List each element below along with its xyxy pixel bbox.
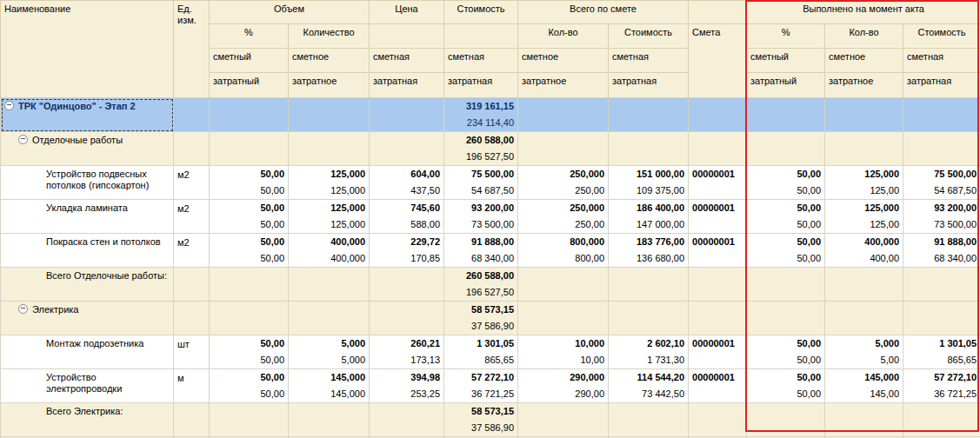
cell-percent[interactable]: 50,0050,00 [210, 200, 289, 234]
cell-quantity[interactable] [289, 132, 370, 166]
cell-percent[interactable] [210, 268, 289, 302]
table-row[interactable]: ТРК "Одинцово" - Этап 2319 161,15234 114… [1, 98, 980, 132]
group-name-cell[interactable]: Всего Электрика: [1, 403, 174, 437]
table-row[interactable]: Устройство подвесных потолков (гипсокарт… [1, 166, 980, 200]
col-header-total-cost[interactable]: Стоимость [609, 24, 689, 49]
cell-done-qty[interactable] [825, 268, 903, 302]
cell-done-percent[interactable] [747, 132, 825, 166]
cell-cost[interactable]: 58 573,1537 586,90 [444, 302, 518, 335]
col-header-name[interactable]: Наименование [1, 1, 174, 98]
cell-total-qty[interactable]: 250,000250,00 [518, 166, 609, 200]
row-name-cell[interactable]: Устройство электропроводки [1, 369, 174, 403]
cell-price[interactable]: 229,72170,85 [370, 234, 444, 268]
cell-price[interactable]: 745,60588,00 [370, 200, 444, 234]
cell-price[interactable] [370, 98, 444, 132]
cell-percent[interactable] [210, 302, 289, 335]
col-header-volume[interactable]: Объем [210, 1, 370, 24]
cell-price[interactable] [370, 268, 444, 302]
cell-smeta[interactable]: 00000001 [689, 234, 747, 268]
cell-done-qty[interactable] [825, 403, 903, 437]
group-name-cell[interactable]: Отделочные работы [1, 132, 174, 166]
unit-cell[interactable] [174, 302, 210, 335]
cell-done-percent[interactable] [747, 268, 825, 302]
cell-quantity[interactable]: 125,000125,000 [289, 166, 370, 200]
unit-cell[interactable] [174, 132, 210, 166]
cell-done-percent[interactable]: 50,0050,00 [747, 369, 825, 403]
cell-done-percent[interactable]: 50,0050,00 [747, 166, 825, 200]
cell-percent[interactable] [210, 403, 289, 437]
cell-done-cost[interactable]: 57 272,1036 721,25 [903, 369, 980, 403]
cell-quantity[interactable]: 145,000145,000 [289, 369, 370, 403]
col-header-total-qty[interactable]: Кол-во [518, 24, 609, 49]
col-header-price[interactable]: Цена [370, 1, 444, 24]
col-header-done-percent[interactable]: % [747, 24, 825, 49]
cell-done-percent[interactable]: 50,0050,00 [747, 234, 825, 268]
table-row[interactable]: Электрика58 573,1537 586,90 [1, 302, 980, 335]
unit-cell[interactable] [174, 268, 210, 302]
cell-smeta[interactable] [689, 403, 747, 437]
unit-cell[interactable]: м2 [174, 166, 210, 200]
cell-done-qty[interactable]: 5,0005,00 [825, 335, 903, 369]
cell-done-percent[interactable] [747, 302, 825, 335]
cell-total-cost[interactable]: 151 000,00109 375,00 [609, 166, 689, 200]
cell-quantity[interactable] [289, 268, 370, 302]
cell-smeta[interactable] [689, 98, 747, 132]
cell-done-qty[interactable] [825, 302, 903, 335]
cell-percent[interactable]: 50,0050,00 [210, 234, 289, 268]
cell-total-cost[interactable] [609, 98, 689, 132]
col-header-total-estimate[interactable]: Всего по смете [518, 1, 689, 24]
cell-done-percent[interactable] [747, 403, 825, 437]
cell-done-qty[interactable] [825, 132, 903, 166]
unit-cell[interactable]: шт [174, 335, 210, 369]
table-row[interactable]: Всего Электрика:58 573,1537 586,90 [1, 403, 980, 437]
cell-cost[interactable]: 93 200,0073 500,00 [444, 200, 518, 234]
cell-total-qty[interactable]: 290,000290,00 [518, 369, 609, 403]
cell-price[interactable] [370, 403, 444, 437]
cell-total-cost[interactable]: 2 602,101 731,30 [609, 335, 689, 369]
cell-quantity[interactable]: 5,0005,000 [289, 335, 370, 369]
tree-collapse-icon[interactable] [18, 304, 28, 314]
table-row[interactable]: Укладка ламинатам250,0050,00125,000125,0… [1, 200, 980, 234]
group-name-cell[interactable]: Всего Отделочные работы: [1, 268, 174, 302]
cell-done-cost[interactable] [903, 268, 980, 302]
cell-smeta[interactable]: 00000001 [689, 166, 747, 200]
cell-total-cost[interactable] [609, 132, 689, 166]
cell-total-qty[interactable] [518, 268, 609, 302]
cell-done-percent[interactable]: 50,0050,00 [747, 200, 825, 234]
cell-quantity[interactable] [289, 98, 370, 132]
cell-percent[interactable]: 50,0050,00 [210, 335, 289, 369]
cell-cost[interactable]: 75 500,0054 687,50 [444, 166, 518, 200]
unit-cell[interactable]: м [174, 369, 210, 403]
col-header-percent[interactable]: % [210, 24, 289, 49]
cell-done-qty[interactable]: 145,000145,00 [825, 369, 903, 403]
cell-total-cost[interactable] [609, 302, 689, 335]
cell-smeta[interactable] [689, 302, 747, 335]
cell-done-cost[interactable]: 75 500,0054 687,50 [903, 166, 980, 200]
col-header-quantity[interactable]: Количество [289, 24, 370, 49]
cell-quantity[interactable]: 125,000125,000 [289, 200, 370, 234]
cell-cost[interactable]: 57 272,1036 721,25 [444, 369, 518, 403]
col-header-done-section[interactable]: Выполнено на момент акта [747, 1, 980, 24]
group-name-cell[interactable]: Электрика [1, 302, 174, 335]
cell-done-percent[interactable]: 50,0050,00 [747, 335, 825, 369]
cell-total-qty[interactable] [518, 132, 609, 166]
cell-done-cost[interactable] [903, 302, 980, 335]
cell-done-qty[interactable]: 400,000400,00 [825, 234, 903, 268]
cell-price[interactable] [370, 302, 444, 335]
cell-price[interactable]: 604,00437,50 [370, 166, 444, 200]
cell-cost[interactable]: 260 588,00196 527,50 [444, 132, 518, 166]
col-header-smeta[interactable]: Смета [689, 24, 747, 98]
cell-smeta[interactable]: 00000001 [689, 369, 747, 403]
cell-done-cost[interactable] [903, 403, 980, 437]
cell-done-qty[interactable]: 125,000125,00 [825, 166, 903, 200]
tree-collapse-icon[interactable] [4, 101, 14, 110]
cell-done-qty[interactable]: 125,000125,00 [825, 200, 903, 234]
cell-total-qty[interactable]: 800,000800,00 [518, 234, 609, 268]
cell-cost[interactable]: 91 888,0068 340,00 [444, 234, 518, 268]
row-name-cell[interactable]: Монтаж подрозетника [1, 335, 174, 369]
table-row[interactable]: Покраска стен и потолковм250,0050,00400,… [1, 234, 980, 268]
col-header-cost[interactable]: Стоимость [444, 1, 518, 24]
cell-done-cost[interactable]: 1 301,05865,65 [903, 335, 980, 369]
cell-price[interactable]: 260,21173,13 [370, 335, 444, 369]
cell-cost[interactable]: 319 161,15234 114,40 [444, 98, 518, 132]
